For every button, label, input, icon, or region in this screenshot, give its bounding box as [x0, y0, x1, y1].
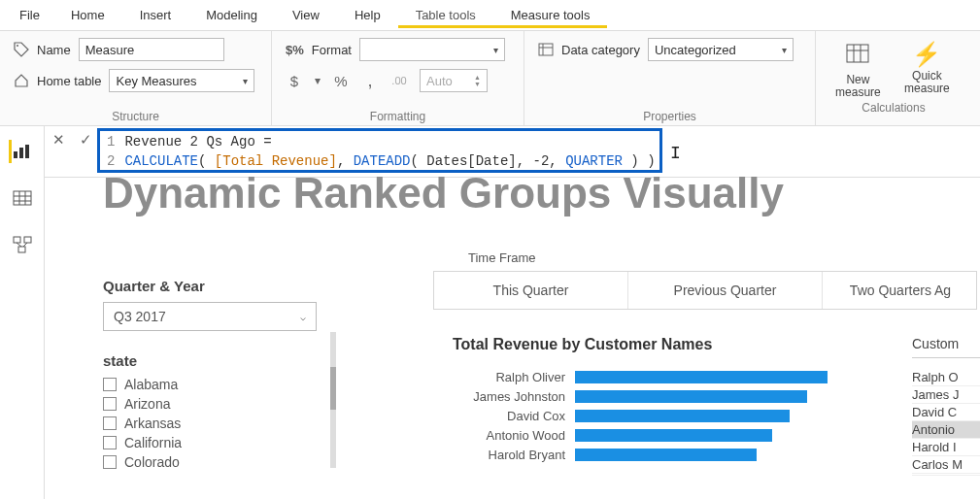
state-checkbox-item[interactable]: Colorado	[103, 452, 317, 472]
slicer-heading: Quarter & Year	[103, 278, 317, 294]
svg-rect-1	[539, 44, 553, 55]
data-category-select[interactable]: Uncategorized▾	[648, 38, 794, 61]
state-label: Arizona	[124, 396, 170, 412]
model-view-button[interactable]	[9, 233, 36, 256]
state-checkbox-item[interactable]: Arkansas	[103, 414, 317, 433]
customer-list-item[interactable]: Carlos M	[912, 456, 980, 474]
timeframe-tab[interactable]: This Quarter	[434, 272, 628, 309]
chevron-down-icon: ⌵	[300, 312, 306, 322]
data-view-button[interactable]	[9, 186, 36, 210]
state-checkbox-item[interactable]: Arizona	[103, 394, 317, 414]
customer-list-item[interactable]: Harold I	[912, 439, 980, 456]
svg-rect-9	[19, 148, 23, 158]
quarter-year-dropdown[interactable]: Q3 2017 ⌵	[103, 302, 317, 331]
stepper-up-icon[interactable]: ▲	[474, 74, 481, 81]
cancel-formula-button[interactable]: ✕	[45, 126, 72, 153]
state-label: Colorado	[124, 454, 180, 470]
report-view-button[interactable]	[9, 140, 36, 163]
home-table-label: Home table	[37, 74, 101, 88]
ribbon-group-structure: Name Measure Home table Key Measures▾ St…	[0, 31, 272, 125]
svg-line-20	[23, 243, 27, 247]
slicer-scrollbar[interactable]	[330, 332, 336, 468]
bar-fill	[575, 390, 807, 403]
bar-label: David Cox	[433, 409, 575, 423]
tab-table-tools[interactable]: Table tools	[398, 2, 493, 28]
new-measure-button[interactable]: New measure	[835, 41, 881, 99]
bar-track	[575, 428, 890, 443]
commit-formula-button[interactable]: ✓	[72, 126, 99, 153]
chart-bar-row: James Johnston	[433, 386, 890, 406]
tab-insert[interactable]: Insert	[122, 2, 189, 28]
percent-button[interactable]: %	[332, 73, 350, 89]
tab-view[interactable]: View	[275, 2, 337, 28]
svg-rect-17	[24, 237, 31, 243]
data-category-label: Data category	[561, 43, 640, 57]
chevron-down-icon: ▾	[782, 45, 787, 55]
bar-track	[575, 370, 890, 384]
bar-fill	[575, 371, 828, 383]
decimals-icon: .00	[390, 75, 408, 86]
comma-button[interactable]: ,	[361, 71, 379, 91]
state-checkbox-item[interactable]: California	[103, 433, 317, 452]
timeframe-label: Time Frame	[468, 250, 980, 265]
tag-icon	[14, 42, 29, 57]
category-icon	[538, 42, 554, 57]
group-label-calculations: Calculations	[829, 99, 958, 115]
format-select[interactable]: ▾	[359, 38, 505, 61]
home-table-select[interactable]: Key Measures▾	[109, 69, 254, 92]
customer-list-panel: Custom Ralph OJames JDavid CAntonioHarol…	[912, 336, 980, 476]
ribbon-group-calculations: New measure ⚡ Quick measure Calculations	[816, 31, 971, 125]
tab-modeling[interactable]: Modeling	[188, 2, 275, 28]
timeframe-tab[interactable]: Two Quarters Ag	[823, 272, 978, 309]
group-label-formatting: Formatting	[286, 108, 510, 123]
ribbon: Name Measure Home table Key Measures▾ St…	[0, 31, 980, 126]
page-title: Dynamic Ranked Groups Visually	[103, 169, 980, 217]
state-slicer: state AlabamaArizonaArkansasCaliforniaCo…	[103, 352, 317, 472]
text-cursor-icon: I	[670, 144, 681, 163]
svg-rect-16	[14, 237, 20, 243]
tab-file[interactable]: File	[6, 2, 53, 28]
customer-list-item[interactable]: Antonio	[912, 421, 980, 439]
ribbon-group-properties: Data category Uncategorized▾ Properties	[524, 31, 816, 125]
svg-rect-4	[847, 45, 868, 62]
timeframe-tab[interactable]: Previous Quarter	[628, 272, 823, 309]
bar-fill	[575, 429, 772, 442]
revenue-chart: Total Revenue by Customer Names Ralph Ol…	[433, 336, 890, 464]
timeframe-section: Time Frame This QuarterPrevious QuarterT…	[433, 250, 980, 310]
tab-help[interactable]: Help	[337, 2, 398, 28]
tab-measure-tools[interactable]: Measure tools	[493, 2, 608, 28]
bar-fill	[575, 449, 757, 461]
checkbox-icon	[103, 397, 117, 411]
decimals-input[interactable]: Auto ▲▼	[420, 69, 488, 92]
name-label: Name	[37, 43, 71, 57]
chevron-down-icon: ▾	[493, 45, 498, 55]
customer-list-item[interactable]: David C	[912, 404, 980, 421]
chevron-down-icon: ▾	[243, 76, 248, 86]
customer-list-item[interactable]: James J	[912, 386, 980, 404]
state-label: Arkansas	[124, 416, 181, 431]
state-checkbox-item[interactable]: Alabama	[103, 375, 317, 394]
checkbox-icon	[103, 416, 117, 430]
svg-rect-10	[25, 145, 29, 158]
state-label: California	[124, 435, 182, 450]
name-input[interactable]: Measure	[79, 38, 224, 61]
customer-list-item[interactable]: Ralph O	[912, 369, 980, 386]
bar-track	[575, 389, 890, 404]
timeframe-tabs: This QuarterPrevious QuarterTwo Quarters…	[433, 271, 977, 310]
ribbon-group-formatting: $% Format ▾ $ ▾ % , .00 Auto ▲▼ Formatti…	[272, 31, 524, 125]
scrollbar-thumb[interactable]	[330, 367, 336, 410]
tab-home[interactable]: Home	[53, 2, 122, 28]
bar-track	[575, 409, 890, 423]
state-heading: state	[103, 352, 317, 369]
stepper-down-icon[interactable]: ▼	[474, 81, 481, 87]
chart-title: Total Revenue by Customer Names	[453, 336, 890, 353]
bar-fill	[575, 410, 790, 422]
checkbox-icon	[103, 378, 117, 391]
quick-measure-button[interactable]: ⚡ Quick measure	[902, 41, 952, 99]
currency-button[interactable]: $	[286, 73, 303, 89]
format-label: Format	[312, 43, 352, 57]
checkbox-icon	[103, 436, 117, 449]
customer-list-heading: Custom	[912, 336, 980, 358]
bar-label: James Johnston	[433, 389, 575, 404]
bar-label: Harold Bryant	[433, 448, 575, 462]
